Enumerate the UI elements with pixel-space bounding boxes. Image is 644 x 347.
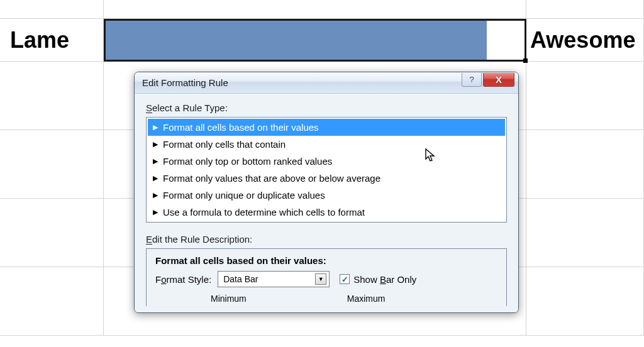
- triangle-icon: ▶: [153, 174, 158, 182]
- data-bar-fill: [106, 21, 487, 60]
- rule-item-2[interactable]: ▶ Format only top or bottom ranked value…: [148, 153, 505, 170]
- rule-item-label: Format only values that are above or bel…: [163, 173, 380, 184]
- rule-item-3[interactable]: ▶ Format only values that are above or b…: [148, 170, 505, 187]
- triangle-icon: ▶: [153, 191, 158, 199]
- rule-type-list[interactable]: ▶ Format all cells based on their values…: [146, 117, 507, 223]
- minimum-label: Minimum: [211, 294, 247, 304]
- rule-description-label: Edit the Rule Description:: [146, 234, 507, 245]
- selected-cell-data-bar[interactable]: [104, 19, 526, 62]
- help-icon: ?: [469, 75, 474, 84]
- rule-item-label: Format only unique or duplicate values: [163, 190, 325, 201]
- format-style-dropdown[interactable]: Data Bar ▼: [218, 271, 330, 287]
- label-awesome: Awesome: [526, 27, 635, 53]
- triangle-icon: ▶: [153, 123, 158, 131]
- rule-type-label: Select a Rule Type:: [146, 102, 507, 113]
- help-button[interactable]: ?: [462, 73, 482, 87]
- rule-item-1[interactable]: ▶ Format only cells that contain: [148, 136, 505, 153]
- rule-item-label: Use a formula to determine which cells t…: [163, 207, 365, 218]
- rule-description-panel: Format all cells based on their values: …: [146, 248, 507, 306]
- triangle-icon: ▶: [153, 208, 158, 216]
- rule-item-0[interactable]: ▶ Format all cells based on their values: [148, 119, 505, 136]
- dialog-titlebar[interactable]: Edit Formatting Rule ? X: [135, 72, 518, 94]
- data-bar-row: Lame Awesome: [0, 19, 644, 62]
- close-button[interactable]: X: [483, 73, 514, 87]
- rule-item-label: Format only top or bottom ranked values: [163, 156, 332, 167]
- rule-item-label: Format only cells that contain: [163, 139, 286, 150]
- show-bar-only-label: Show Bar Only: [353, 274, 416, 285]
- maximum-label: Maximum: [347, 294, 386, 304]
- format-style-label: Format Style:: [155, 274, 211, 285]
- close-icon: X: [496, 74, 502, 85]
- edit-formatting-rule-dialog: Edit Formatting Rule ? X Select a Rule T…: [134, 72, 519, 313]
- triangle-icon: ▶: [153, 157, 158, 165]
- fill-handle[interactable]: [523, 58, 528, 63]
- dialog-body: Select a Rule Type: ▶ Format all cells b…: [135, 94, 518, 312]
- checkbox-icon: ✓: [340, 274, 350, 284]
- rule-item-4[interactable]: ▶ Format only unique or duplicate values: [148, 187, 505, 204]
- format-style-value: Data Bar: [223, 274, 315, 284]
- rule-description-title: Format all cells based on their values:: [155, 255, 497, 266]
- label-lame: Lame: [0, 27, 104, 53]
- show-bar-only-checkbox[interactable]: ✓ Show Bar Only: [340, 274, 416, 285]
- chevron-down-icon[interactable]: ▼: [315, 273, 326, 285]
- rule-item-label: Format all cells based on their values: [163, 122, 319, 133]
- dialog-title: Edit Formatting Rule: [142, 77, 462, 88]
- rule-item-5[interactable]: ▶ Use a formula to determine which cells…: [148, 204, 505, 221]
- triangle-icon: ▶: [153, 140, 158, 148]
